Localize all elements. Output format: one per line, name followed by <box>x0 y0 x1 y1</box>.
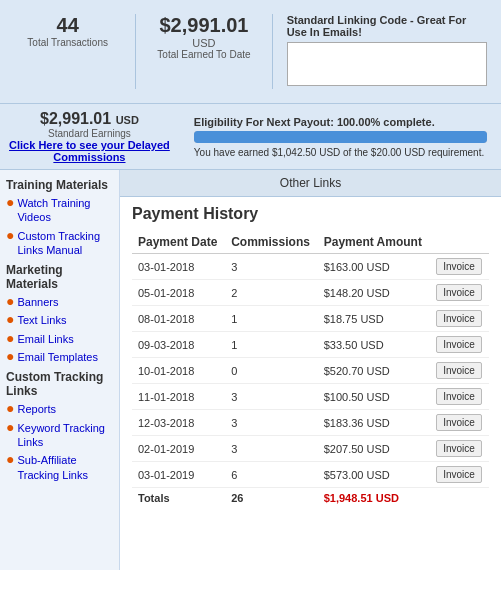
col-header-date: Payment Date <box>132 231 225 254</box>
cell-commissions: 3 <box>225 254 318 280</box>
bullet-icon: ● <box>6 331 14 345</box>
cell-invoice: Invoice <box>430 280 489 306</box>
payment-table: Payment Date Commissions Payment Amount … <box>132 231 489 508</box>
cell-amount: $573.00 USD <box>318 462 430 488</box>
total-transactions-block: 44 Total Transactions <box>8 10 127 93</box>
sidebar-item-watch-training[interactable]: ● Watch Training Videos <box>6 196 113 225</box>
bullet-icon: ● <box>6 401 14 415</box>
cell-invoice: Invoice <box>430 384 489 410</box>
transaction-label: Total Transactions <box>12 37 123 48</box>
linking-code-section: Standard Linking Code - Great For Use In… <box>281 10 493 93</box>
sidebar-link-label: Custom Tracking Links Manual <box>17 229 113 258</box>
cell-date: 11-01-2018 <box>132 384 225 410</box>
table-row: 10-01-2018 0 $520.70 USD Invoice <box>132 358 489 384</box>
earned-label: Total Earned To Date <box>148 49 259 60</box>
sidebar-link-label: Reports <box>17 402 56 416</box>
cell-amount: $183.36 USD <box>318 410 430 436</box>
cell-commissions: 6 <box>225 462 318 488</box>
bullet-icon: ● <box>6 228 14 242</box>
col-header-amount: Payment Amount <box>318 231 430 254</box>
invoice-button[interactable]: Invoice <box>436 284 482 301</box>
sidebar-marketing-title: Marketing Materials <box>6 263 113 291</box>
invoice-button[interactable]: Invoice <box>436 388 482 405</box>
sidebar-item-reports[interactable]: ● Reports <box>6 402 113 416</box>
cell-commissions: 1 <box>225 306 318 332</box>
standard-earnings-amount: $2,991.01 USD <box>8 110 171 128</box>
table-row: 11-01-2018 3 $100.50 USD Invoice <box>132 384 489 410</box>
cell-commissions: 3 <box>225 384 318 410</box>
table-row: 08-01-2018 1 $18.75 USD Invoice <box>132 306 489 332</box>
col-header-action <box>430 231 489 254</box>
delayed-commissions-link[interactable]: Click Here to see your Delayed Commissio… <box>8 139 171 163</box>
sidebar-link-label: Keyword Tracking Links <box>17 421 113 450</box>
sidebar-link-label: Text Links <box>17 313 66 327</box>
sidebar: Training Materials ● Watch Training Vide… <box>0 170 120 570</box>
cell-amount: $520.70 USD <box>318 358 430 384</box>
cell-commissions: 2 <box>225 280 318 306</box>
invoice-button[interactable]: Invoice <box>436 466 482 483</box>
sidebar-link-label: Banners <box>17 295 58 309</box>
sidebar-item-sub-affiliate[interactable]: ● Sub-Affiliate Tracking Links <box>6 453 113 482</box>
payment-history-title: Payment History <box>132 205 489 223</box>
totals-commissions: 26 <box>225 488 318 509</box>
payout-text: You have earned $1,042.50 USD of the $20… <box>194 147 487 158</box>
bullet-icon: ● <box>6 195 14 209</box>
table-row: 03-01-2019 6 $573.00 USD Invoice <box>132 462 489 488</box>
cell-commissions: 3 <box>225 436 318 462</box>
cell-invoice: Invoice <box>430 462 489 488</box>
sidebar-link-label: Email Links <box>17 332 73 346</box>
linking-title: Standard Linking Code - Great For Use In… <box>287 14 487 38</box>
sidebar-link-label: Watch Training Videos <box>17 196 113 225</box>
sidebar-item-email-templates[interactable]: ● Email Templates <box>6 350 113 364</box>
cell-commissions: 0 <box>225 358 318 384</box>
cell-amount: $18.75 USD <box>318 306 430 332</box>
linking-code-input[interactable] <box>287 42 487 86</box>
sidebar-custom-title: Custom Tracking Links <box>6 370 113 398</box>
bullet-icon: ● <box>6 420 14 434</box>
cell-amount: $163.00 USD <box>318 254 430 280</box>
cell-invoice: Invoice <box>430 410 489 436</box>
cell-date: 05-01-2018 <box>132 280 225 306</box>
cell-invoice: Invoice <box>430 358 489 384</box>
sidebar-item-banners[interactable]: ● Banners <box>6 295 113 309</box>
cell-invoice: Invoice <box>430 254 489 280</box>
cell-date: 09-03-2018 <box>132 332 225 358</box>
col-header-commissions: Commissions <box>225 231 318 254</box>
totals-row: Totals 26 $1,948.51 USD <box>132 488 489 509</box>
invoice-button[interactable]: Invoice <box>436 362 482 379</box>
sidebar-item-text-links[interactable]: ● Text Links <box>6 313 113 327</box>
invoice-button[interactable]: Invoice <box>436 336 482 353</box>
stats-bar-row1: 44 Total Transactions $2,991.01 USD Tota… <box>0 0 501 104</box>
table-row: 02-01-2019 3 $207.50 USD Invoice <box>132 436 489 462</box>
invoice-button[interactable]: Invoice <box>436 414 482 431</box>
other-links-tab[interactable]: Other Links <box>120 170 501 197</box>
totals-label: Totals <box>132 488 225 509</box>
sidebar-item-email-links[interactable]: ● Email Links <box>6 332 113 346</box>
main-layout: Training Materials ● Watch Training Vide… <box>0 170 501 570</box>
standard-earnings-label: Standard Earnings <box>8 128 171 139</box>
cell-amount: $33.50 USD <box>318 332 430 358</box>
invoice-button[interactable]: Invoice <box>436 258 482 275</box>
cell-invoice: Invoice <box>430 306 489 332</box>
invoice-button[interactable]: Invoice <box>436 440 482 457</box>
sidebar-item-custom-tracking-manual[interactable]: ● Custom Tracking Links Manual <box>6 229 113 258</box>
cell-date: 03-01-2019 <box>132 462 225 488</box>
earned-currency: USD <box>148 37 259 49</box>
cell-amount: $100.50 USD <box>318 384 430 410</box>
divider-1 <box>135 14 136 89</box>
bullet-icon: ● <box>6 349 14 363</box>
invoice-button[interactable]: Invoice <box>436 310 482 327</box>
eligibility-block: Eligibility For Next Payout: 100.00% com… <box>188 112 493 162</box>
bullet-icon: ● <box>6 312 14 326</box>
totals-amount: $1,948.51 USD <box>318 488 430 509</box>
table-row: 12-03-2018 3 $183.36 USD Invoice <box>132 410 489 436</box>
cell-invoice: Invoice <box>430 436 489 462</box>
cell-date: 08-01-2018 <box>132 306 225 332</box>
sidebar-item-keyword-tracking[interactable]: ● Keyword Tracking Links <box>6 421 113 450</box>
total-earned-block: $2,991.01 USD Total Earned To Date <box>144 10 263 93</box>
cell-date: 03-01-2018 <box>132 254 225 280</box>
cell-commissions: 3 <box>225 410 318 436</box>
divider-2 <box>272 14 273 89</box>
standard-earnings-block: $2,991.01 USD Standard Earnings Click He… <box>8 110 171 163</box>
cell-commissions: 1 <box>225 332 318 358</box>
